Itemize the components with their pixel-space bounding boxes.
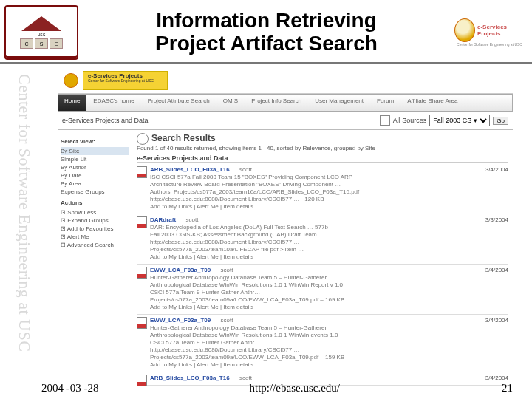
result-topline: ARB_Slides_LCO_F03a_T16 scott3/4/2004	[150, 375, 508, 382]
subbar-left: e-Services Projects and Data	[62, 117, 149, 124]
magnify-icon	[137, 133, 149, 145]
result-line: Projects/cs577a_2003/team09a/LCO/EWW_LCA…	[150, 296, 508, 304]
pdf-icon	[137, 317, 147, 329]
results-heading: Search Results	[151, 133, 216, 143]
view-icon	[380, 115, 390, 126]
result-topline: EWW_LCA_F03a_T09 scott3/4/2004	[150, 267, 508, 274]
portal-main: Select View: By Site Simple Lit By Autho…	[58, 130, 513, 389]
result-author: scott	[221, 317, 233, 324]
result-title[interactable]: DARdraft	[150, 216, 176, 223]
globe-icon	[64, 73, 78, 88]
result-topline: EWW_LCA_F03a_T09 scott3/4/2004	[150, 317, 508, 324]
result-line: http://ebase.usc.edu:8080/Document Libra…	[150, 239, 508, 246]
view-label: All Sources	[393, 117, 427, 124]
logo-cell: C	[20, 38, 33, 49]
result-date: 3/4/2004	[485, 166, 508, 174]
result-line: Authors: Projects/cs577a_2003/team16a/LC…	[150, 188, 508, 196]
result-line: Add to My Links | Alert Me | Item detail…	[150, 361, 508, 369]
result-author: scott	[185, 216, 198, 223]
result-line: http://ebase.usc.edu:8080/Document Libra…	[150, 347, 508, 354]
globe-icon	[454, 18, 475, 42]
result-line: Architecture Review Board Presentation "…	[150, 181, 508, 188]
action-item[interactable]: ⊡ Show Less	[61, 208, 129, 216]
result-topline: ARB_Slides_LCO_F03a_T16 scott3/4/2004	[150, 166, 508, 174]
title-line2: Project Artifact Search	[155, 32, 378, 55]
result-line: Fall 2003 CGIS-KB; Assessment Background…	[150, 231, 508, 239]
nav-edasc[interactable]: EDASC's home	[87, 95, 140, 111]
view-option[interactable]: Expense Groups	[61, 188, 129, 196]
result-author: scott	[221, 267, 233, 273]
nav-omis[interactable]: OMIS	[217, 95, 244, 111]
slide-title: Information Retrieving Project Artifact …	[78, 10, 454, 55]
select-view-hdr: Select View:	[61, 137, 129, 146]
result-line: Hunter-Gatherer Anthropology Database Te…	[150, 274, 508, 282]
eservices-sub: Center for Software Engineering at USC	[457, 42, 522, 47]
nav-forum[interactable]: Forum	[371, 95, 400, 111]
portal-brand-sub: Center for Software Engineering at USC	[88, 79, 154, 83]
vertical-side-label: Center for Software Engineering at USC	[12, 74, 38, 369]
slide-footer: 2004 -03 -28 http://ebase.usc.edu/ 21	[0, 382, 532, 395]
nav-affiliate[interactable]: Affiliate Share Area	[401, 95, 463, 111]
view-option[interactable]: By Area	[61, 180, 129, 188]
portal-subbar: e-Services Projects and Data All Sources…	[58, 112, 513, 130]
result-line: DAR: Encyclopedia of Los Angeles (DoLA) …	[150, 224, 508, 231]
results-panel: Search Results Found 1 of 40 results ret…	[132, 130, 513, 389]
action-item[interactable]: ⊡ Add to Favourites	[61, 225, 129, 233]
view-option[interactable]: Simple Lit	[61, 155, 129, 163]
nav-home[interactable]: Home	[58, 95, 86, 111]
result-date: 3/3/2004	[485, 216, 508, 224]
action-item[interactable]: ⊡ Alert Me	[61, 233, 129, 241]
result-item: EWW_LCA_F03a_T09 scott3/4/2004Hunter-Gat…	[137, 265, 508, 315]
eservices-logo: e-Services Projects Center for Software …	[454, 15, 525, 50]
view-option[interactable]: By Site	[61, 147, 129, 155]
result-line: Projects/cs577a_2003/team09a/LCO/EWW_LCA…	[150, 354, 508, 361]
result-title[interactable]: ARB_Slides_LCO_F03a_T16	[150, 166, 230, 173]
portal-topbar: e-Services Projects Center for Software …	[58, 68, 513, 94]
action-item[interactable]: ⊡ Advanced Search	[61, 241, 129, 249]
result-line: Hunter-Gatherer Anthropology Database Te…	[150, 324, 508, 332]
result-title[interactable]: EWW_LCA_F03a_T09	[150, 317, 211, 324]
source-selector: All Sources Fall 2003 CS ▾ Go	[380, 115, 508, 126]
view-option[interactable]: By Date	[61, 171, 129, 180]
slide-header: USC C S E Information Retrieving Project…	[0, 0, 532, 64]
result-author: scott	[239, 375, 252, 381]
nav-user-mgmt[interactable]: User Management	[309, 95, 369, 111]
results-section-hdr: e-Services Projects and Data	[137, 154, 508, 163]
pdf-icon	[137, 216, 147, 228]
cse-logo: USC C S E	[4, 5, 78, 60]
result-line: CSCI 577a Team 9 Hunter Gather Anthr…	[150, 339, 508, 347]
result-line: http://ebase.usc.edu:8080/Document Libra…	[150, 196, 508, 203]
go-button[interactable]: Go	[493, 117, 508, 125]
portal-sidebar: Select View: By Site Simple Lit By Autho…	[58, 130, 132, 389]
result-item: DARdraft scott3/3/2004DAR: Encyclopedia …	[137, 214, 508, 265]
nav-attr-search[interactable]: Project Attribute Search	[142, 95, 216, 111]
portal-brand: e-Services Projects Center for Software …	[83, 71, 168, 90]
footer-date: 2004 -03 -28	[41, 382, 99, 395]
title-line1: Information Retrieving	[156, 9, 377, 32]
result-item: ARB_Slides_LCO_F03a_T16 scott3/4/2004ISC…	[137, 164, 508, 214]
result-title[interactable]: ARB_Slides_LCO_F03a_T16	[150, 375, 230, 381]
source-select[interactable]: Fall 2003 CS ▾	[429, 115, 490, 126]
logo-usc-text: USC	[38, 33, 46, 37]
result-line: ISC CSCI 577a Fall 2003 Team 15 "BOXES" …	[150, 174, 508, 181]
portal-nav: Home EDASC's home Project Attribute Sear…	[58, 94, 513, 112]
result-author: scott	[239, 166, 252, 173]
results-info: Found 1 of 40 results returned, showing …	[137, 145, 508, 151]
action-item[interactable]: ⊡ Expand Groups	[61, 216, 129, 225]
result-line: Add to My Links | Alert Me | Item detail…	[150, 203, 508, 211]
footer-url: http://ebase.usc.edu/	[250, 382, 340, 395]
result-topline: DARdraft scott3/3/2004	[150, 216, 508, 224]
result-item: EWW_LCA_F03a_T09 scott3/4/2004Hunter-Gat…	[137, 315, 508, 372]
nav-info-search[interactable]: Project Info Search	[245, 95, 307, 111]
logo-cells: C S E	[20, 38, 63, 49]
result-line: Add to My Links | Alert Me | Item detail…	[150, 253, 508, 261]
result-date: 3/4/2004	[485, 375, 508, 382]
result-line: Anthropological Database WinWin Resoluti…	[150, 282, 508, 289]
view-option[interactable]: By Author	[61, 163, 129, 171]
pdf-icon	[137, 166, 147, 178]
result-line: CSCI 577a Team 9 Hunter Gather Anthr…	[150, 289, 508, 296]
result-title[interactable]: EWW_LCA_F03a_T09	[150, 267, 211, 273]
result-date: 3/4/2004	[485, 267, 508, 274]
logo-roof-icon	[21, 16, 61, 31]
actions-hdr: Actions	[61, 199, 129, 207]
